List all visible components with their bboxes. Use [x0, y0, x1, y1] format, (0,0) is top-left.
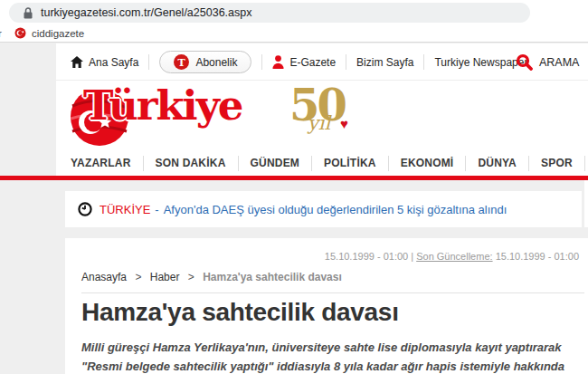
menu-separator [238, 156, 239, 171]
menu-dunya[interactable]: DÜNYA [478, 157, 517, 169]
nav-label: Ana Sayfa [89, 56, 138, 69]
brand-divider [0, 176, 588, 180]
menu-ekonomi[interactable]: EKONOMİ [401, 157, 454, 169]
bookmark-label[interactable]: ciddigazete [32, 28, 84, 39]
breadcrumb-separator: > [188, 271, 194, 283]
updated-label: Son Güncelleme: [416, 251, 492, 262]
menu-label: YAZARLAR [71, 157, 131, 169]
nav-label: E-Gazete [289, 56, 336, 69]
nav-label: Turkiye Newspaper [434, 56, 527, 69]
search-button[interactable]: ARAMA [516, 50, 588, 74]
nav-ana-sayfa[interactable]: Ana Sayfa [71, 56, 138, 69]
nav-bizim-sayfa[interactable]: Bizim Sayfa [356, 56, 413, 69]
menu-separator [311, 156, 312, 171]
article-title: Hamza'ya sahtecilik davası [81, 298, 399, 327]
anniversary-unit: yıl [308, 112, 330, 134]
anniversary-badge: 50 yıl ♥ [289, 80, 371, 149]
url-text: turkiyegazetesi.com.tr/Genel/a25036.aspx [41, 6, 251, 19]
address-bar[interactable]: turkiyegazetesi.com.tr/Genel/a25036.aspx [9, 3, 530, 23]
home-icon [71, 56, 83, 68]
main-menu: YAZARLAR SON DAKİKA GÜNDEM POLİTİKA EKON… [71, 151, 588, 175]
breadcrumb-separator: > [135, 271, 141, 283]
nav-e-gazete[interactable]: E-Gazete [272, 55, 336, 69]
webpage: Ana Sayfa T Abonelik E-Gazete [0, 43, 588, 374]
menu-separator [465, 156, 466, 171]
menu-separator [143, 156, 144, 171]
article-lead: Milli güreşçi Hamza Yerlikaya'nın, ünive… [81, 338, 586, 374]
heart-icon: ♥ [340, 116, 348, 131]
menu-politika[interactable]: POLİTİKA [324, 157, 376, 169]
logo-wordmark: Türkiye [83, 82, 242, 129]
article-divider [81, 292, 584, 293]
article-dateline: 15.10.1999 - 01:00 | Son Güncelleme: 15.… [325, 251, 579, 262]
article-card: 15.10.1999 - 01:00 | Son Güncelleme: 15.… [65, 238, 588, 374]
ticker-separator: - [155, 203, 158, 216]
bookmarks-bar: r ciddigazete [0, 24, 588, 42]
lock-icon [24, 7, 33, 19]
menu-spor[interactable]: SPOR [541, 157, 573, 169]
svg-text:T: T [178, 57, 186, 69]
menu-label: GÜNDEM [251, 157, 300, 169]
news-ticker[interactable]: TÜRKİYE - Afyon'da DAEŞ üyesi olduğu değ… [65, 191, 582, 227]
breadcrumb: Anasayfa > Haber > Hamza'ya sahtecilik d… [81, 271, 342, 283]
bookmark-favicon-icon [14, 27, 26, 39]
nav-separator [423, 54, 424, 70]
menu-yazarlar[interactable]: YAZARLAR [71, 157, 131, 169]
person-icon [272, 55, 284, 69]
site-logo[interactable]: Türkiye 50 yıl ♥ [71, 85, 450, 149]
menu-label: DÜNYA [478, 157, 517, 169]
clock-icon [78, 202, 92, 216]
browser-chrome: turkiyegazetesi.com.tr/Genel/a25036.aspx… [0, 0, 588, 43]
turkiye-badge-icon: T [174, 54, 189, 70]
dateline-pipe: | [411, 251, 413, 262]
menu-label: EKONOMİ [401, 157, 454, 169]
bookmark-clipped[interactable]: r [0, 28, 7, 39]
menu-separator [584, 156, 585, 171]
search-label: ARAMA [539, 56, 579, 69]
menu-gundem[interactable]: GÜNDEM [251, 157, 300, 169]
menu-separator [388, 156, 389, 171]
published-date: 15.10.1999 - 01:00 [325, 251, 408, 262]
menu-label: SPOR [541, 157, 573, 169]
ticker-category[interactable]: TÜRKİYE [100, 203, 150, 216]
nav-separator [346, 54, 346, 70]
nav-abonelik-button[interactable]: T Abonelik [159, 51, 251, 73]
menu-son-dakika[interactable]: SON DAKİKA [156, 157, 226, 169]
utility-nav: Ana Sayfa T Abonelik E-Gazete [71, 50, 527, 74]
menu-label: SON DAKİKA [156, 157, 226, 169]
menu-separator [528, 156, 529, 171]
nav-separator [261, 54, 262, 70]
screenshot-root: turkiyegazetesi.com.tr/Genel/a25036.aspx… [0, 0, 588, 374]
breadcrumb-section[interactable]: Haber [150, 271, 180, 283]
search-icon [516, 53, 533, 71]
nav-label: Bizim Sayfa [356, 56, 413, 69]
breadcrumb-home[interactable]: Anasayfa [81, 271, 127, 283]
updated-date: 15.10.1999 - 01:00 [496, 251, 579, 262]
ticker-headline[interactable]: Afyon'da DAEŞ üyesi olduğu değerlendiril… [164, 203, 507, 216]
page-edge-panel [584, 180, 588, 227]
nav-separator [148, 54, 149, 70]
nav-turkiye-newspaper[interactable]: Turkiye Newspaper [434, 56, 527, 69]
site-header: Ana Sayfa T Abonelik E-Gazete [56, 43, 588, 176]
nav-label: Abonelik [195, 56, 237, 69]
breadcrumb-current: Hamza'ya sahtecilik davası [203, 271, 342, 283]
menu-label: POLİTİKA [324, 157, 376, 169]
